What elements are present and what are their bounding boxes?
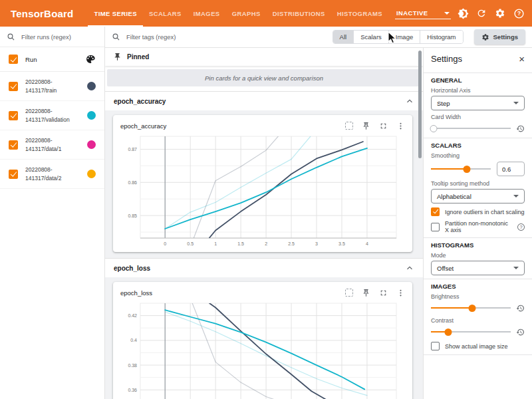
- partition-x-label: Partition non-monotonic X axis: [445, 220, 512, 233]
- smoothing-input[interactable]: [497, 162, 525, 176]
- horizontal-axis-label: Horizontal Axis: [431, 87, 525, 94]
- card-width-row: [431, 122, 525, 134]
- reset-icon[interactable]: [516, 328, 525, 336]
- scalar-card-epoch-accuracy: epoch_accuracy: [113, 115, 412, 252]
- chevron-up-icon[interactable]: [405, 263, 414, 273]
- pin-icon[interactable]: [362, 289, 370, 297]
- section-title: epoch_loss: [114, 265, 150, 272]
- divider: [424, 354, 532, 355]
- help-icon[interactable]: ?: [517, 223, 525, 231]
- slider-knob[interactable]: [469, 305, 476, 312]
- fullscreen-icon[interactable]: [379, 289, 388, 297]
- ignore-outliers-checkbox[interactable]: [431, 207, 440, 216]
- svg-text:0.42: 0.42: [128, 313, 137, 318]
- kebab-menu-icon[interactable]: [396, 122, 405, 130]
- card-width-slider[interactable]: [431, 124, 511, 132]
- settings-button[interactable]: Settings: [474, 29, 525, 45]
- kebab-menu-icon[interactable]: [396, 289, 405, 297]
- select-all-runs-checkbox[interactable]: [9, 55, 18, 64]
- histogram-mode-label: Mode: [431, 252, 525, 259]
- tab-scalars[interactable]: SCALARS: [143, 0, 188, 27]
- show-actual-size-label: Show actual image size: [445, 343, 508, 350]
- slider-knob[interactable]: [430, 125, 437, 132]
- section-body-epoch-accuracy: epoch_accuracy: [105, 110, 423, 258]
- histogram-mode-select[interactable]: Offset: [431, 261, 525, 275]
- brightness-slider[interactable]: [431, 304, 511, 312]
- filter-runs-input[interactable]: [20, 33, 98, 41]
- palette-icon[interactable]: [85, 54, 96, 65]
- run-checkbox-validation[interactable]: [9, 111, 18, 120]
- show-actual-size-checkbox[interactable]: [431, 342, 440, 350]
- general-heading: GENERAL: [431, 76, 525, 84]
- settings-button-label: Settings: [493, 33, 518, 41]
- tags-topbar: All Scalars Image Histogram Settings: [105, 27, 532, 48]
- cards-area: Pinned Pin cards for a quick view and co…: [105, 48, 423, 399]
- refresh-icon[interactable]: [475, 7, 488, 20]
- section-header-epoch-loss[interactable]: epoch_loss: [105, 258, 423, 277]
- run-checkbox-data1[interactable]: [9, 140, 18, 150]
- ignore-outliers-row: Ignore outliers in chart scaling: [431, 207, 525, 216]
- run-row-data1: 20220808-141317/data/1: [0, 130, 104, 160]
- vertical-scrollbar[interactable]: [418, 51, 422, 158]
- help-icon[interactable]: ?: [512, 7, 525, 20]
- tag-filter-all[interactable]: All: [333, 31, 354, 43]
- run-name-data2: 20220808-141317/data/2: [25, 166, 73, 182]
- card-title: epoch_accuracy: [120, 122, 166, 130]
- svg-text:?: ?: [517, 10, 520, 17]
- tab-histograms[interactable]: HISTOGRAMS: [331, 0, 388, 27]
- svg-text:0.86: 0.86: [128, 180, 137, 185]
- app-logo: TensorBoard: [0, 0, 88, 27]
- tooltip-sort-label: Tooltip sorting method: [431, 180, 525, 187]
- svg-text:0.36: 0.36: [128, 388, 137, 392]
- run-checkbox-data2[interactable]: [9, 170, 18, 179]
- run-row-validation: 20220808-141317/validation: [0, 101, 104, 130]
- svg-text:3.5: 3.5: [338, 241, 345, 246]
- close-icon[interactable]: ×: [519, 54, 525, 64]
- svg-text:2.5: 2.5: [288, 241, 295, 246]
- section-header-epoch-accuracy[interactable]: epoch_accuracy: [105, 91, 423, 110]
- right-column: All Scalars Image Histogram Settings Pin…: [105, 27, 532, 399]
- tab-distributions[interactable]: DISTRIBUTIONS: [267, 0, 331, 27]
- settings-gear-icon[interactable]: [493, 7, 507, 20]
- reset-icon[interactable]: [516, 124, 525, 133]
- pin-icon[interactable]: [362, 122, 370, 130]
- reload-status-dropdown[interactable]: INACTIVE: [395, 7, 451, 19]
- svg-text:4: 4: [366, 241, 368, 246]
- tag-filter-scalars[interactable]: Scalars: [353, 31, 388, 43]
- divider: [424, 138, 532, 138]
- tag-filter-histogram[interactable]: Histogram: [420, 31, 462, 43]
- main-nav: TIME SERIES SCALARS IMAGES GRAPHS DISTRI…: [88, 0, 388, 27]
- settings-panel-title: Settings: [431, 54, 462, 64]
- chevron-down-icon: [513, 195, 519, 198]
- tag-filter-image[interactable]: Image: [388, 31, 420, 43]
- horizontal-axis-select[interactable]: Step: [431, 96, 525, 110]
- filter-tags-input[interactable]: [125, 33, 327, 41]
- smoothing-slider[interactable]: [431, 165, 491, 173]
- reset-icon[interactable]: [516, 304, 525, 313]
- partition-x-checkbox[interactable]: [431, 223, 440, 231]
- chevron-down-icon: [513, 102, 519, 104]
- card-title: epoch_loss: [120, 289, 152, 297]
- runs-header-label: Run: [25, 56, 37, 63]
- divider: [424, 279, 532, 279]
- slider-knob[interactable]: [464, 166, 471, 173]
- tooltip-sort-select[interactable]: Alphabetical: [431, 189, 525, 203]
- run-checkbox-train[interactable]: [9, 82, 18, 91]
- fullscreen-icon[interactable]: [379, 122, 388, 130]
- tab-images[interactable]: IMAGES: [188, 0, 226, 27]
- tab-time-series[interactable]: TIME SERIES: [88, 0, 143, 27]
- run-name-train: 20220808-141317/train: [25, 78, 73, 94]
- fit-to-data-icon[interactable]: [345, 122, 353, 130]
- run-name-data1: 20220808-141317/data/1: [25, 136, 73, 153]
- chart-epoch-accuracy[interactable]: 0.850.860.8700.511.522.533.54: [118, 134, 398, 248]
- run-row-data2: 20220808-141317/data/2: [0, 160, 104, 189]
- svg-text:2: 2: [265, 241, 267, 246]
- pin-icon: [113, 53, 122, 61]
- theme-toggle-icon[interactable]: [456, 7, 469, 20]
- slider-knob[interactable]: [445, 329, 452, 336]
- contrast-slider[interactable]: [431, 328, 511, 336]
- fit-to-data-icon[interactable]: [345, 289, 353, 297]
- tab-graphs[interactable]: GRAPHS: [226, 0, 267, 27]
- chevron-up-icon[interactable]: [405, 96, 414, 106]
- chart-epoch-loss[interactable]: 0.360.380.40.4200.511.522.533.54: [118, 301, 398, 399]
